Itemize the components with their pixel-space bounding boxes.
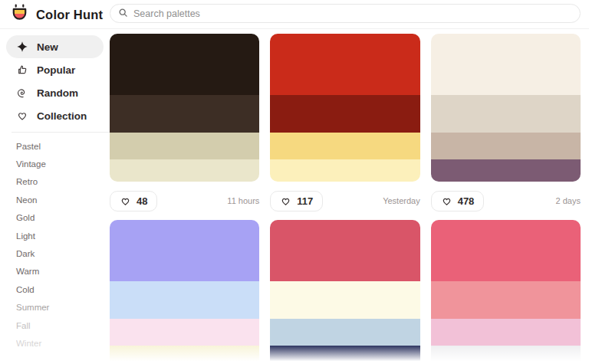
palette-timestamp: 11 hours bbox=[227, 196, 259, 205]
tag-dark[interactable]: Dark bbox=[16, 244, 110, 262]
palette-cell: 117Yesterday bbox=[270, 34, 420, 220]
sidebar-item-label: New bbox=[37, 41, 58, 53]
palette-color-band[interactable] bbox=[110, 133, 259, 159]
palette-timestamp: 2 days bbox=[556, 196, 581, 205]
sidebar-item-label: Collection bbox=[37, 110, 87, 122]
sidebar-item-label: Popular bbox=[37, 64, 75, 76]
search-icon bbox=[118, 7, 128, 21]
search-input[interactable] bbox=[133, 8, 572, 19]
palette-feed: 4811 hours117Yesterday4782 days bbox=[110, 29, 589, 364]
palette-card[interactable] bbox=[431, 34, 581, 182]
palette-card[interactable] bbox=[431, 220, 581, 364]
palette-color-band[interactable] bbox=[270, 159, 420, 182]
palette-meta: 117Yesterday bbox=[270, 182, 420, 220]
like-button[interactable]: 48 bbox=[110, 191, 157, 212]
palette-color-band[interactable] bbox=[270, 34, 420, 95]
tag-neon[interactable]: Neon bbox=[16, 191, 110, 208]
heart-icon bbox=[280, 195, 291, 207]
palette-card[interactable] bbox=[270, 34, 420, 182]
palette-color-band[interactable] bbox=[431, 346, 581, 364]
tag-pastel[interactable]: Pastel bbox=[16, 137, 110, 155]
palette-cell: 4782 days bbox=[431, 34, 581, 220]
palette-color-band[interactable] bbox=[110, 159, 259, 182]
palette-color-band[interactable] bbox=[270, 346, 420, 364]
palette-color-band[interactable] bbox=[431, 95, 581, 133]
palette-color-band[interactable] bbox=[110, 220, 259, 281]
palette-cell: 4811 hours bbox=[110, 34, 259, 220]
tag-cold[interactable]: Cold bbox=[16, 280, 110, 298]
palette-card[interactable] bbox=[110, 220, 259, 364]
tag-gold[interactable]: Gold bbox=[16, 209, 110, 227]
sidebar-item-random[interactable]: Random bbox=[6, 81, 104, 104]
like-count: 117 bbox=[297, 195, 313, 207]
palette-color-band[interactable] bbox=[431, 34, 581, 95]
palette-color-band[interactable] bbox=[270, 319, 420, 346]
colorhunt-cup-icon bbox=[10, 4, 29, 26]
palette-color-band[interactable] bbox=[431, 319, 581, 346]
search-bar[interactable] bbox=[110, 4, 581, 23]
sidebar-item-new[interactable]: New bbox=[6, 35, 104, 58]
sidebar: NewPopularRandomCollection PastelVintage… bbox=[0, 29, 110, 364]
like-button[interactable]: 117 bbox=[270, 191, 323, 212]
palette-color-band[interactable] bbox=[431, 133, 581, 159]
palette-color-band[interactable] bbox=[110, 34, 259, 95]
like-count: 478 bbox=[458, 195, 475, 207]
palette-color-band[interactable] bbox=[110, 281, 259, 319]
sidebar-nav: NewPopularRandomCollection bbox=[0, 29, 110, 127]
palette-color-band[interactable] bbox=[270, 95, 420, 133]
tag-summer[interactable]: Summer bbox=[16, 299, 110, 316]
palette-color-band[interactable] bbox=[270, 133, 420, 159]
palette-color-band[interactable] bbox=[110, 319, 259, 346]
tag-winter[interactable]: Winter bbox=[16, 334, 110, 352]
palette-card[interactable] bbox=[270, 220, 420, 364]
palette-timestamp: Yesterday bbox=[383, 196, 420, 205]
new-sparkle-icon bbox=[15, 41, 28, 54]
palette-meta: 4782 days bbox=[431, 182, 581, 220]
logo[interactable]: Color Hunt bbox=[10, 4, 103, 26]
sidebar-item-popular[interactable]: Popular bbox=[6, 58, 104, 81]
palette-cell bbox=[110, 220, 259, 364]
palette-cell bbox=[431, 220, 581, 364]
tag-vintage[interactable]: Vintage bbox=[16, 155, 110, 172]
heart-icon bbox=[441, 195, 452, 207]
tag-retro[interactable]: Retro bbox=[16, 173, 110, 191]
tag-light[interactable]: Light bbox=[16, 227, 110, 244]
palette-color-band[interactable] bbox=[110, 346, 259, 364]
palette-color-band[interactable] bbox=[431, 281, 581, 319]
tag-fall[interactable]: Fall bbox=[16, 316, 110, 334]
collection-heart-icon bbox=[15, 110, 28, 123]
sidebar-tags: PastelVintageRetroNeonGoldLightDarkWarmC… bbox=[0, 133, 110, 353]
palette-color-band[interactable] bbox=[431, 220, 581, 281]
palette-color-band[interactable] bbox=[431, 159, 581, 182]
palette-color-band[interactable] bbox=[270, 220, 420, 281]
tag-warm[interactable]: Warm bbox=[16, 263, 110, 280]
random-spiral-icon bbox=[15, 87, 28, 100]
palette-meta: 4811 hours bbox=[110, 182, 259, 220]
header: Color Hunt bbox=[0, 0, 589, 29]
palette-color-band[interactable] bbox=[110, 95, 259, 133]
heart-icon bbox=[120, 195, 131, 207]
palette-card[interactable] bbox=[110, 34, 259, 182]
like-count: 48 bbox=[137, 195, 147, 207]
palette-cell bbox=[270, 220, 420, 364]
popular-thumb-icon bbox=[15, 64, 28, 77]
sidebar-item-label: Random bbox=[37, 87, 78, 99]
logo-text: Color Hunt bbox=[36, 8, 103, 22]
sidebar-item-collection[interactable]: Collection bbox=[6, 104, 104, 127]
palette-color-band[interactable] bbox=[270, 281, 420, 319]
like-button[interactable]: 478 bbox=[431, 191, 485, 212]
